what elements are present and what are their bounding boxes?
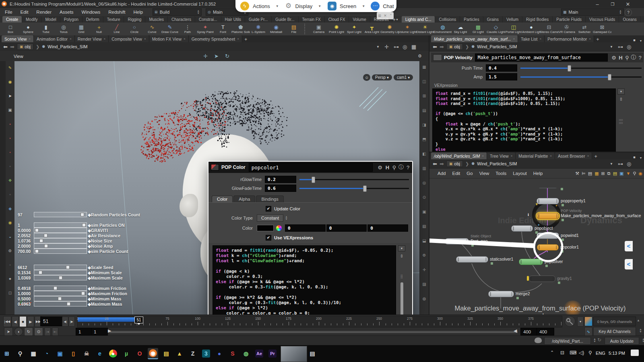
viewport-display-icon-16[interactable]: ◍ — [421, 295, 427, 302]
viewport-display-icon-5[interactable]: ⬒ — [421, 136, 427, 142]
shelf-tool-volume-light[interactable]: ✶Volume Light — [398, 23, 416, 35]
tab-close-icon[interactable]: × — [540, 37, 542, 41]
shelf-tab[interactable]: Particles — [460, 16, 483, 23]
viewport-display-icon-10[interactable]: ▣ — [421, 208, 427, 215]
color-type-dropdown[interactable]: Constant — [257, 214, 283, 222]
rp-pin-icon[interactable]: ⊶ — [618, 44, 623, 50]
viewport-display-icon-4[interactable]: ◨ — [421, 121, 427, 128]
actions-menu[interactable]: Actions — [253, 3, 270, 9]
viewport-tool-icon-2[interactable]: ➤ — [7, 93, 13, 99]
hud-slider-handle[interactable] — [67, 302, 70, 306]
hud-slider-row[interactable]: 1.0000◆Maximum Friction — [18, 291, 140, 296]
hud-slider[interactable] — [34, 296, 87, 301]
hud-slider-handle[interactable] — [66, 265, 70, 269]
shelf-tool-draw-curve[interactable]: ✎Draw Curve — [161, 23, 179, 35]
hud-slider[interactable] — [34, 249, 87, 254]
hud-slider-handle[interactable] — [58, 297, 62, 300]
hud-slider[interactable] — [34, 301, 87, 306]
network-menu-help[interactable]: Help — [530, 169, 546, 177]
handles-icon[interactable]: ✛ — [203, 53, 208, 59]
tab-geometry-spreadsheet[interactable]: Geometry Spreadsheet× — [189, 35, 242, 42]
taskbar-icon-edge[interactable]: e — [95, 348, 105, 359]
color-wheel-icon[interactable] — [276, 225, 282, 231]
vexpression-editor[interactable]: float rand_x = fit01(rand(@id+$F), 0.85,… — [432, 88, 616, 156]
pin-icon[interactable]: ⊶ — [394, 44, 399, 50]
color-swatch[interactable] — [257, 225, 274, 231]
viewport-display-icon-1[interactable]: ◫ — [421, 78, 427, 84]
menu-redshift[interactable]: Redshift — [104, 8, 129, 16]
shelf-tab[interactable]: Deform — [83, 16, 103, 23]
overview-icon[interactable]: ◉ — [638, 171, 642, 176]
range-next-icon[interactable]: ▶| — [52, 327, 58, 336]
tab-close-icon[interactable]: × — [482, 154, 484, 158]
hud-slider[interactable] — [34, 291, 87, 296]
clock[interactable]: 5:13 PM — [609, 351, 625, 356]
viewport-tool-icon-3[interactable]: ▣ — [7, 107, 13, 113]
taskbar-icon-calculator[interactable]: ▦ — [28, 348, 39, 359]
path-dropdown-icon[interactable]: ▼ — [376, 45, 380, 49]
network-add-tab-icon[interactable]: + — [592, 154, 599, 159]
shelf-tool-ambient-light[interactable]: ●Ambient Light — [522, 23, 540, 35]
sticky-note-icon[interactable]: ▤ — [613, 171, 617, 176]
param-search-icon[interactable]: ⚲ — [624, 55, 630, 61]
language-indicator[interactable]: ENG — [596, 351, 605, 356]
viewport-tool-icon-11[interactable]: ◉ — [7, 219, 13, 226]
rp-path-node-label[interactable]: Wind_Particles_SIM — [477, 44, 517, 49]
loop-icon[interactable]: ↻ — [24, 327, 33, 336]
tab-tree-view[interactable]: Tree View× — [487, 152, 516, 159]
slider-handle[interactable] — [568, 65, 571, 72]
popcolor-tab-color[interactable]: Color — [212, 195, 233, 202]
shelf-tab[interactable]: Muscles — [145, 16, 168, 23]
tab-material-palette[interactable]: Material Palette× — [516, 152, 555, 159]
popcolor-titlebar[interactable]: POP Color popcolor1 ⚙ H ⚲ ⓘ ? — [208, 162, 412, 173]
taskbar-icon-premiere[interactable]: Pr — [267, 348, 278, 359]
shelf-tool-gamepad-camera[interactable]: ⊠Gamepad Camera — [593, 23, 611, 35]
menu-edit[interactable]: Edit — [17, 8, 33, 16]
realtime-icon[interactable]: ⊙ — [34, 327, 43, 336]
viewport-display-icon-0[interactable]: ▦ — [421, 64, 427, 70]
shelf-tool-l-system[interactable]: ❋L-System — [250, 23, 267, 35]
range-slider-groove[interactable] — [109, 331, 518, 333]
net-target-icon[interactable]: ◎ — [627, 161, 631, 167]
close-button[interactable]: ✕ — [621, 0, 635, 8]
param-info-icon[interactable]: ⓘ — [630, 54, 637, 61]
capture-grid-icon[interactable]: ⊞ — [378, 14, 381, 18]
layout-icon[interactable]: ⧉ — [607, 171, 611, 176]
param-slider[interactable] — [520, 74, 642, 80]
slider-handle[interactable] — [363, 185, 367, 192]
popcolor-vex-grip[interactable]: ⣿ — [400, 274, 403, 278]
tree-icon[interactable]: ⊨ — [582, 171, 586, 176]
tab-close-icon[interactable]: × — [237, 37, 239, 41]
taskbar-icon-app-green[interactable]: ◍ — [241, 348, 251, 359]
right-pane-add-tab-icon[interactable]: + — [594, 37, 601, 42]
jump-start-button[interactable]: |◀◀ — [3, 316, 11, 327]
taskbar-icon-3dsmax[interactable]: 3 — [201, 348, 211, 359]
network-graph[interactable]: Indie Edition Dynamics i ▼ ✦ ✦ — [429, 188, 644, 315]
hud-slider-row[interactable]: 0.4918◆Minimum Friction — [18, 286, 140, 291]
tab-close-icon[interactable]: × — [104, 37, 106, 41]
shelf-splitter[interactable] — [304, 24, 308, 34]
popcolor-scrollbar[interactable] — [400, 282, 403, 319]
shelf-tool-tube[interactable]: ▮Tube — [37, 23, 55, 35]
shelf-tool-sky-light[interactable]: ☁Sky Light — [452, 23, 469, 35]
param-slider[interactable] — [520, 65, 642, 71]
dec-frame-button[interactable]: ◀| — [62, 317, 68, 327]
tab-scene-view[interactable]: Scene View× — [2, 35, 34, 42]
hud-slider-handle[interactable] — [59, 276, 62, 280]
key-icon[interactable] — [563, 315, 577, 328]
keys-status-button[interactable]: 0 keys, 0/0 channels — [593, 317, 636, 326]
hud-slider-handle[interactable] — [81, 292, 85, 295]
color-component-field[interactable]: 0 — [326, 224, 367, 232]
hud-slider-row[interactable]: 1.0736◆Noise Size — [18, 238, 140, 243]
hud-slider-handle[interactable] — [80, 213, 84, 216]
shelf-tool-stereo-camera[interactable]: ⊟Stereo Camera — [540, 23, 558, 35]
current-frame-field[interactable]: 51 — [40, 317, 64, 326]
hud-slider-handle[interactable] — [54, 286, 57, 290]
shelf-tool-line[interactable]: ╱Line — [108, 23, 126, 35]
viewport-display-icon-2[interactable]: ⊞ — [421, 93, 427, 99]
viewport-tool-icon-15[interactable]: ✦ — [7, 276, 13, 282]
taskbar-icon-app-ball[interactable]: ● — [214, 348, 225, 359]
tab-animation-editor[interactable]: Animation Editor× — [34, 35, 75, 42]
taskbar-icon-skull-app[interactable]: ☠ — [81, 348, 92, 359]
viewport-tool-icon-0[interactable]: ✎ — [7, 64, 13, 71]
